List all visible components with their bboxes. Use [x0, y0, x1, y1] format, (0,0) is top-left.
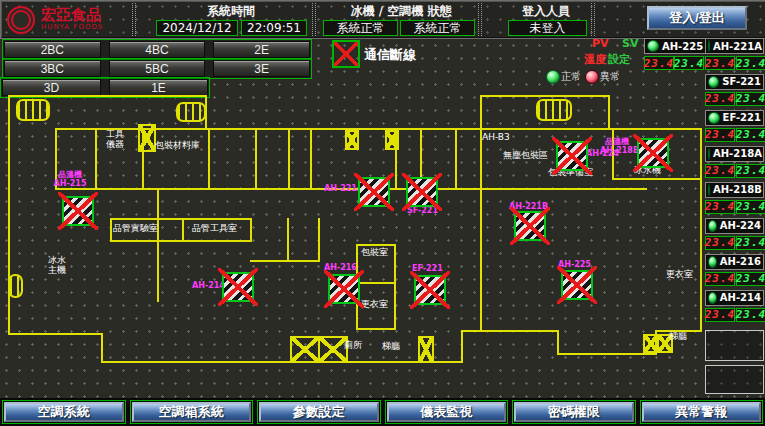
nav-button-parameter-settings[interactable]: 參數設定 [259, 402, 379, 422]
map-wall [655, 330, 702, 332]
map-wall [612, 178, 702, 180]
map-room-label: 更衣室 [666, 269, 693, 279]
map-wall [208, 128, 210, 190]
map-unit-icon[interactable] [556, 141, 588, 171]
elevator-x-icon [318, 336, 348, 363]
floor-button-row-1: 2BC 4BC 2E [2, 39, 312, 60]
map-room-label: AH-B3 [482, 132, 510, 142]
map-unit-label: AH-224 [586, 149, 619, 158]
map-wall [395, 128, 397, 190]
map-unit-icon[interactable] [637, 138, 669, 168]
unit-pv-value: 23.4 [705, 56, 735, 70]
map-wall [287, 218, 289, 262]
map-room-label: 梯廳 [382, 341, 400, 351]
unit-sv-value: 23.4 [674, 56, 704, 70]
unit-header[interactable]: AH-218B [705, 182, 764, 198]
unit-header[interactable]: SF-221 [705, 74, 764, 90]
map-unit-label: 品溫機AH-215 [48, 170, 92, 188]
unit-header[interactable]: AH-224 [705, 218, 764, 234]
abnormal-lamp-icon [585, 70, 599, 84]
header-separator [132, 3, 136, 36]
unit-header[interactable]: AH-214 [705, 290, 764, 306]
empty-panel [705, 365, 764, 394]
map-unit-icon[interactable] [406, 177, 438, 207]
brand-logo: 宏亞食品 HUNYA FOODS [7, 4, 129, 35]
sv-label: SV [622, 37, 638, 50]
unit-sv-value: 23.4 [736, 56, 765, 70]
unit-name: AH-218B [713, 184, 762, 195]
unit-status-lamp-icon [708, 184, 710, 196]
unit-pv-value: 23.4 [705, 272, 735, 286]
unit-status-lamp-icon [708, 220, 717, 232]
floor-button-3e[interactable]: 3E [213, 60, 310, 77]
map-wall [205, 95, 207, 130]
floor-button-2e[interactable]: 2E [213, 41, 310, 58]
unit-sv-value: 23.4 [736, 200, 765, 214]
machine-status-label: 冰機 / 空調機 狀態 [326, 3, 476, 20]
map-unit-icon[interactable] [62, 196, 94, 226]
floor-button-2bc[interactable]: 2BC [4, 41, 101, 58]
map-room-label: 更衣室 [361, 299, 388, 309]
floor-button-4bc[interactable]: 4BC [109, 41, 206, 58]
system-time-value: 22:09:51 [241, 20, 307, 36]
map-wall [700, 128, 702, 332]
unit-header[interactable]: AH-216 [705, 254, 764, 270]
login-user-value: 未登入 [508, 20, 587, 36]
unit-pv-value: 23.4 [705, 164, 735, 178]
nav-button-meter-monitor[interactable]: 儀表監視 [387, 402, 507, 422]
nav-button-alarm[interactable]: 異常警報 [642, 402, 762, 422]
elevator-x-icon [138, 124, 156, 152]
nav-button-password-auth[interactable]: 密碼權限 [514, 402, 634, 422]
map-unit-icon[interactable] [222, 272, 254, 302]
chiller-status-value: 系統正常 [323, 20, 398, 36]
unit-header[interactable]: EF-221 [705, 110, 764, 126]
map-room-label: 包裝材料庫 [155, 140, 200, 150]
map-wall [394, 244, 396, 330]
map-wall [356, 282, 396, 284]
map-wall [356, 328, 396, 330]
map-unit-label: 品溫機AH-218B [600, 137, 634, 155]
hmi-screen: 宏亞食品 HUNYA FOODS 系統時間 2024/12/12 22:09:5… [0, 0, 765, 426]
map-room-label: 工具 儀器 [106, 129, 124, 149]
system-date-value: 2024/12/12 [156, 20, 238, 36]
map-wall [110, 240, 252, 242]
floor-button-3bc[interactable]: 3BC [4, 60, 101, 77]
nav-button-ahu-system[interactable]: 空調箱系統 [132, 402, 252, 422]
map-unit-icon[interactable] [561, 270, 593, 300]
map-unit-icon[interactable] [328, 274, 360, 304]
nav-button-ac-system[interactable]: 空調系統 [4, 402, 124, 422]
empty-panel [705, 330, 764, 361]
unit-header-ah-225[interactable]: AH-225 [644, 38, 708, 54]
unit-status-lamp-icon [708, 40, 710, 52]
unit-sv-value: 23.4 [736, 92, 765, 106]
floor-button-1e[interactable]: 1E [109, 79, 208, 96]
normal-lamp-icon [546, 70, 560, 84]
map-wall [95, 128, 97, 190]
map-wall [55, 128, 702, 130]
map-wall [480, 95, 482, 130]
login-label: 登入人員 [501, 3, 591, 20]
floor-button-3d[interactable]: 3D [2, 79, 101, 96]
map-wall [608, 95, 610, 130]
ahu-status-value: 系統正常 [400, 20, 475, 36]
map-unit-icon[interactable] [514, 211, 546, 241]
unit-header[interactable]: AH-218A [705, 146, 764, 162]
unit-name: AH-221A [713, 41, 762, 52]
map-wall [461, 332, 463, 363]
map-wall [318, 218, 320, 262]
map-wall [157, 190, 159, 302]
map-unit-icon[interactable] [414, 275, 446, 305]
brand-name: 宏亞食品 [41, 8, 103, 23]
unit-pv-value: 23.4 [705, 236, 735, 250]
sv-name-label: 設定 [608, 52, 630, 67]
login-logout-button[interactable]: 登入/登出 [647, 6, 747, 30]
unit-header[interactable]: AH-221A [705, 38, 764, 54]
map-unit-label: EF-221 [412, 264, 443, 273]
map-unit-label: AH-216 [324, 263, 357, 272]
unit-name: AH-224 [720, 220, 761, 231]
map-unit-icon[interactable] [358, 177, 390, 207]
elevator-x-icon [643, 334, 659, 353]
map-wall [142, 128, 144, 190]
unit-sv-value: 23.4 [736, 236, 765, 250]
floor-button-5bc[interactable]: 5BC [109, 60, 206, 77]
